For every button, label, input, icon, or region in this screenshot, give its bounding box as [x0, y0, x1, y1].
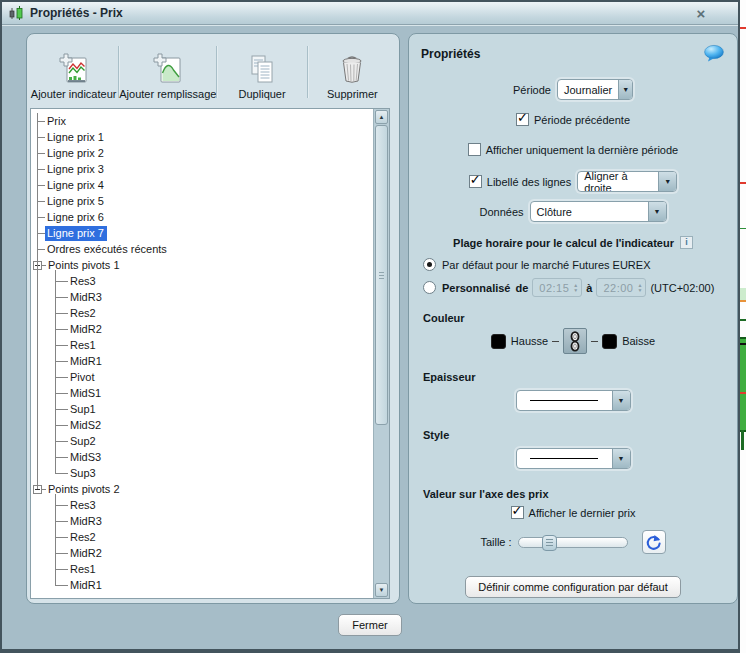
- periode-precedente-checkbox[interactable]: ✓: [516, 113, 529, 126]
- periode-select[interactable]: Journalier ▼: [557, 79, 633, 100]
- duplicate-button[interactable]: Dupliquer: [217, 38, 306, 104]
- add-indicator-button[interactable]: Ajouter indicateur: [29, 38, 118, 104]
- libelle-lignes-checkbox[interactable]: ✓: [469, 175, 482, 188]
- duplicate-icon: [248, 53, 276, 86]
- tree-item-ligne-prix-3[interactable]: Ligne prix 3: [31, 161, 373, 177]
- tree-item-label: Res2: [68, 306, 99, 321]
- chevron-down-icon[interactable]: ▼: [658, 172, 676, 191]
- set-default-config-button[interactable]: Définir comme configuration par défaut: [465, 576, 681, 598]
- tree-item-points-pivots-2[interactable]: Points pivots 2: [31, 481, 373, 497]
- baisse-color-swatch[interactable]: [602, 334, 617, 349]
- tree-item-midr2[interactable]: MidR2: [55, 545, 373, 561]
- alignement-select[interactable]: Aligner à droite ▼: [577, 171, 677, 192]
- time-to-field[interactable]: 22:00 ▲▼: [596, 278, 646, 297]
- donnees-select[interactable]: Clôture ▼: [530, 201, 667, 222]
- tree-item-ordres-ex-cut-s-r-cents[interactable]: Ordres exécutés récents: [31, 241, 373, 257]
- tree-item-label: MidR2: [68, 546, 105, 561]
- tree-item-midr1[interactable]: MidR1: [55, 353, 373, 369]
- tree-item-res2[interactable]: Res2: [55, 529, 373, 545]
- tree-item-midr2[interactable]: MidR2: [55, 321, 373, 337]
- info-icon[interactable]: i: [680, 236, 693, 249]
- chevron-down-icon[interactable]: ▼: [612, 391, 630, 410]
- taille-slider[interactable]: [518, 537, 628, 548]
- hausse-color-swatch[interactable]: [491, 334, 506, 349]
- screen: Propriétés - Prix × Ajout: [0, 0, 746, 653]
- toolbar-button-label: Dupliquer: [239, 88, 286, 100]
- add-fill-button[interactable]: Ajouter remplissage: [119, 38, 216, 104]
- spinner-down-icon[interactable]: ▼: [573, 288, 578, 293]
- add-indicator-icon: [59, 53, 89, 86]
- reset-size-button[interactable]: [642, 530, 666, 554]
- slider-thumb[interactable]: [542, 535, 557, 551]
- link-colors-button[interactable]: [563, 328, 587, 354]
- tree-item-ligne-prix-6[interactable]: Ligne prix 6: [31, 209, 373, 225]
- tree-item-pivot[interactable]: Pivot: [55, 369, 373, 385]
- scroll-up-icon[interactable]: ▲: [375, 110, 388, 124]
- tree-item-sup2[interactable]: Sup2: [55, 433, 373, 449]
- baisse-label: Baisse: [622, 335, 655, 347]
- tree-item-label: Res1: [68, 562, 99, 577]
- scrollbar-thumb[interactable]: [375, 125, 388, 425]
- tree-item-midr3[interactable]: MidR3: [55, 513, 373, 529]
- trash-icon: [339, 53, 365, 86]
- style-select[interactable]: ▼: [516, 448, 631, 469]
- tree-item-res1[interactable]: Res1: [55, 561, 373, 577]
- fermer-button[interactable]: Fermer: [338, 614, 402, 636]
- tree-item-ligne-prix-1[interactable]: Ligne prix 1: [31, 129, 373, 145]
- utc-label: (UTC+02:00): [650, 282, 714, 294]
- tree-item-label: MidR3: [68, 514, 105, 529]
- titlebar[interactable]: Propriétés - Prix ×: [2, 2, 738, 25]
- tree-item-points-pivots-1[interactable]: Points pivots 1: [31, 257, 373, 273]
- time-from-field[interactable]: 02:15 ▲▼: [532, 278, 582, 297]
- tree-item-label: MidR1: [68, 354, 105, 369]
- derniere-periode-checkbox[interactable]: [468, 143, 481, 156]
- tree-item-midr1[interactable]: MidR1: [55, 577, 373, 593]
- tree-item-ligne-prix-4[interactable]: Ligne prix 4: [31, 177, 373, 193]
- periode-value: Journalier: [558, 80, 618, 99]
- tree-item-res1[interactable]: Res1: [55, 337, 373, 353]
- tree-item-prix[interactable]: Prix: [31, 113, 373, 129]
- tree-item-ligne-prix-2[interactable]: Ligne prix 2: [31, 145, 373, 161]
- tree-item-label: Ligne prix 5: [45, 194, 107, 209]
- tree-item-mids1[interactable]: MidS1: [55, 385, 373, 401]
- tree-item-label: Prix: [45, 114, 69, 129]
- tree-item-label: Ligne prix 2: [45, 146, 107, 161]
- personnalise-radio[interactable]: [423, 281, 436, 294]
- tree-item-mids2[interactable]: MidS2: [55, 417, 373, 433]
- properties-panel: Propriétés Période Journalier ▼ ✓: [408, 33, 738, 604]
- libelle-lignes-label: Libellé des lignes: [487, 176, 571, 188]
- tree-scrollbar[interactable]: ▲ ▼: [373, 109, 389, 598]
- chevron-down-icon[interactable]: ▼: [612, 449, 630, 468]
- tree-item-sup1[interactable]: Sup1: [55, 401, 373, 417]
- scroll-down-icon[interactable]: ▼: [375, 583, 388, 597]
- tree-item-label: Sup3: [68, 466, 99, 481]
- delete-button[interactable]: Supprimer: [308, 38, 397, 104]
- tree-item-label: Points pivots 2: [46, 482, 123, 497]
- donnees-label: Données: [479, 206, 523, 218]
- chevron-down-icon[interactable]: ▼: [618, 80, 632, 99]
- toolbar-button-label: Ajouter indicateur: [31, 88, 117, 100]
- tree-item-label: Res3: [68, 274, 99, 289]
- tree-item-res2[interactable]: Res2: [55, 305, 373, 321]
- spinner-down-icon[interactable]: ▼: [637, 288, 642, 293]
- tree-item-res3[interactable]: Res3: [55, 273, 373, 289]
- defaut-marche-radio[interactable]: [423, 258, 436, 271]
- couleur-title: Couleur: [423, 312, 465, 324]
- tree-item-mids3[interactable]: MidS3: [55, 449, 373, 465]
- tree-item-label: Sup1: [68, 402, 99, 417]
- panel-title: Propriétés: [421, 47, 703, 61]
- close-icon[interactable]: ×: [692, 6, 710, 21]
- tree-item-res3[interactable]: Res3: [55, 497, 373, 513]
- plage-horaire-title: Plage horaire pour le calcul de l'indica…: [453, 237, 674, 249]
- epaisseur-select[interactable]: ▼: [516, 390, 631, 411]
- window-title: Propriétés - Prix: [30, 6, 692, 20]
- tree-item-ligne-prix-5[interactable]: Ligne prix 5: [31, 193, 373, 209]
- tree-item-sup3[interactable]: Sup3: [55, 465, 373, 481]
- tree-item-midr3[interactable]: MidR3: [55, 289, 373, 305]
- comment-bubble-icon[interactable]: [703, 44, 725, 63]
- periode-label: Période: [513, 84, 551, 96]
- tree-item-ligne-prix-7[interactable]: Ligne prix 7: [31, 225, 373, 241]
- tree-item-label: MidS1: [68, 386, 104, 401]
- chevron-down-icon[interactable]: ▼: [648, 202, 666, 221]
- dernier-prix-checkbox[interactable]: ✓: [511, 506, 524, 519]
